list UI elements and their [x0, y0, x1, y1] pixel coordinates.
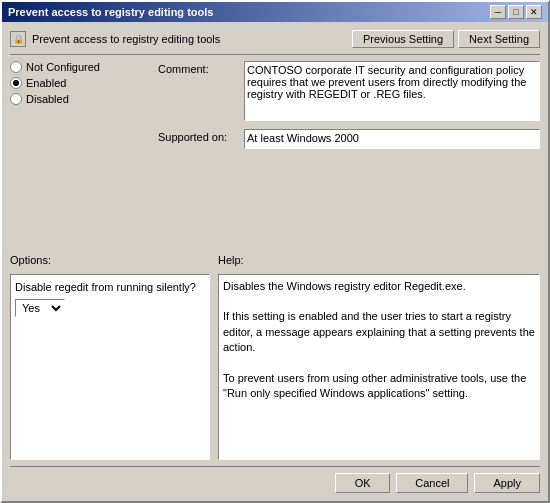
sections-labels: Options: Help: [10, 254, 540, 266]
help-section-label: Help: [218, 254, 244, 266]
setting-icon: 🔒 [10, 31, 26, 47]
help-panel: Disables the Windows registry editor Reg… [218, 274, 540, 461]
not-configured-label: Not Configured [26, 61, 100, 73]
title-bar-buttons: ─ □ ✕ [490, 5, 542, 19]
main-window: Prevent access to registry editing tools… [0, 0, 550, 503]
help-section-header: Help: [218, 254, 540, 266]
options-section-header: Options: [10, 254, 210, 266]
supported-on-value: At least Windows 2000 [244, 129, 540, 149]
supported-on-row: Supported on: At least Windows 2000 [158, 129, 540, 149]
top-bar-left: 🔒 Prevent access to registry editing too… [10, 31, 220, 47]
regedit-dropdown[interactable]: Yes No [15, 299, 65, 317]
disabled-label: Disabled [26, 93, 69, 105]
enabled-label: Enabled [26, 77, 66, 89]
bottom-section: Disable regedit from running silently? Y… [10, 274, 540, 461]
options-dropdown-label: Disable regedit from running silently? [15, 279, 205, 295]
comment-label: Comment: [158, 61, 238, 75]
options-panel: Disable regedit from running silently? Y… [10, 274, 210, 461]
bottom-buttons: OK Cancel Apply [10, 466, 540, 493]
supported-on-label: Supported on: [158, 129, 238, 143]
nav-buttons: Previous Setting Next Setting [352, 30, 540, 48]
disabled-option[interactable]: Disabled [10, 93, 150, 105]
cancel-button[interactable]: Cancel [396, 473, 468, 493]
not-configured-option[interactable]: Not Configured [10, 61, 150, 73]
title-bar: Prevent access to registry editing tools… [2, 2, 548, 22]
select-wrapper: Yes No [15, 299, 205, 317]
disabled-radio[interactable] [10, 93, 22, 105]
left-panel: Not Configured Enabled Disabled [10, 61, 150, 248]
next-setting-button[interactable]: Next Setting [458, 30, 540, 48]
enabled-radio[interactable] [10, 77, 22, 89]
comment-row: Comment: [158, 61, 540, 123]
main-area: Not Configured Enabled Disabled Comment: [10, 61, 540, 248]
maximize-button[interactable]: □ [508, 5, 524, 19]
close-button[interactable]: ✕ [526, 5, 542, 19]
right-panel: Comment: Supported on: At least Windows … [158, 61, 540, 248]
top-bar: 🔒 Prevent access to registry editing too… [10, 30, 540, 55]
radio-group: Not Configured Enabled Disabled [10, 61, 150, 105]
previous-setting-button[interactable]: Previous Setting [352, 30, 454, 48]
not-configured-radio[interactable] [10, 61, 22, 73]
minimize-button[interactable]: ─ [490, 5, 506, 19]
setting-title: Prevent access to registry editing tools [32, 33, 220, 45]
dialog-content: 🔒 Prevent access to registry editing too… [2, 22, 548, 501]
comment-textarea[interactable] [244, 61, 540, 121]
supported-on-field-wrapper: At least Windows 2000 [244, 129, 540, 149]
enabled-option[interactable]: Enabled [10, 77, 150, 89]
apply-button[interactable]: Apply [474, 473, 540, 493]
window-title: Prevent access to registry editing tools [8, 6, 213, 18]
options-section-label: Options: [10, 254, 51, 266]
ok-button[interactable]: OK [335, 473, 390, 493]
help-text: Disables the Windows registry editor Reg… [223, 280, 538, 400]
comment-field-wrapper [244, 61, 540, 123]
